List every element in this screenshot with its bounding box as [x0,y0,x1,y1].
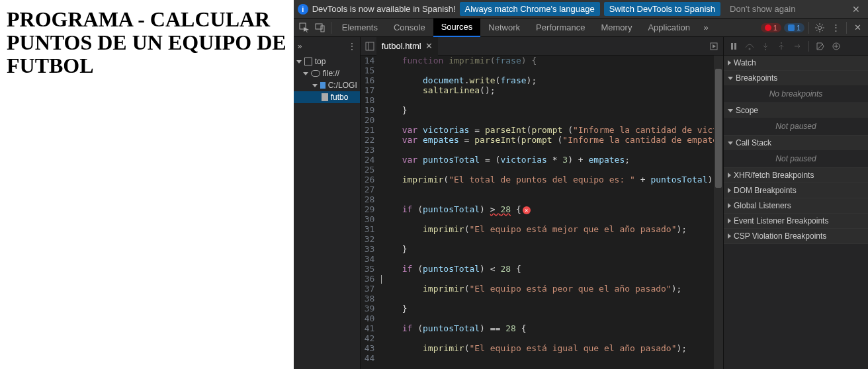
settings-icon[interactable] [812,20,828,36]
page-title: PROGRAMA - CALCULAR PUNTOS DE UN EQUIPO … [7,8,287,78]
callstack-not-paused-label: Not paused [724,150,868,167]
close-tab-icon[interactable]: ✕ [425,41,433,51]
scope-not-paused-label: Not paused [724,118,868,135]
tab-application[interactable]: Application [640,19,698,37]
step-icon[interactable] [791,40,803,52]
editor-nav-icon[interactable] [363,40,376,53]
section-watch[interactable]: Watch [724,56,868,70]
switch-language-button[interactable]: Switch DevTools to Spanish [604,2,720,16]
issues-badge[interactable]: 1 [784,23,804,32]
errors-badge[interactable]: 1 [761,23,781,32]
devtools-tabbar: Elements Console Sources Network Perform… [294,19,868,37]
section-dom-breakpoints[interactable]: DOM Breakpoints [724,183,868,198]
step-over-icon[interactable] [744,40,756,52]
rendered-page: PROGRAMA - CALCULAR PUNTOS DE UN EQUIPO … [0,0,294,369]
section-csp-breakpoints[interactable]: CSP Violation Breakpoints [724,229,868,243]
sources-file-tree: » ⋮ top file:// C:/LOGI futbo [294,37,361,369]
editor-tab-label: futbol.html [382,41,421,51]
svg-point-3 [818,26,821,29]
kebab-menu-icon[interactable]: ⋮ [828,20,844,36]
inspect-element-icon[interactable] [296,20,312,36]
svg-point-10 [781,42,782,44]
step-into-icon[interactable] [760,40,771,52]
code-editor-area[interactable]: 1415161718192021222324252627282930313233… [361,56,723,369]
tab-memory[interactable]: Memory [593,19,640,37]
info-icon: i [298,4,308,15]
pause-icon[interactable] [728,40,740,52]
tab-console[interactable]: Console [386,19,433,37]
tree-node-top[interactable]: top [294,56,360,67]
editor-run-icon[interactable] [707,40,720,53]
tab-elements[interactable]: Elements [334,19,386,37]
deactivate-breakpoints-icon[interactable] [814,40,826,52]
more-tabs-icon[interactable]: » [698,20,714,36]
svg-point-8 [749,48,751,50]
close-devtools-icon[interactable]: ✕ [849,20,865,36]
navigator-more-icon[interactable]: » [298,42,302,51]
editor-file-tab[interactable]: futbol.html ✕ [376,37,438,56]
editor-scrollbar[interactable] [714,56,723,369]
pause-on-exceptions-icon[interactable] [830,40,842,52]
notice-message: DevTools is now available in Spanish! [312,4,456,14]
dismiss-notice-button[interactable]: Don't show again [724,2,801,16]
match-language-button[interactable]: Always match Chrome's language [460,2,600,16]
section-scope[interactable]: Scope [724,103,868,118]
source-editor: futbol.html ✕ 14151617181920212223242526… [361,37,723,369]
devtools-panel: i DevTools is now available in Spanish! … [294,0,868,369]
svg-marker-7 [713,44,716,48]
tab-sources[interactable]: Sources [433,19,481,37]
svg-point-9 [765,49,766,50]
tab-performance[interactable]: Performance [528,19,593,37]
device-toggle-icon[interactable] [312,20,328,36]
no-breakpoints-label: No breakpoints [724,85,868,102]
tree-node-file-scheme[interactable]: file:// [294,67,360,79]
tab-network[interactable]: Network [480,19,528,37]
section-global-listeners[interactable]: Global Listeners [724,198,868,213]
section-xhr-breakpoints[interactable]: XHR/fetch Breakpoints [724,168,868,183]
navigator-kebab-icon[interactable]: ⋮ [348,42,356,51]
debugger-sidebar: Watch Breakpoints No breakpoints Scope N… [723,37,868,369]
section-breakpoints[interactable]: Breakpoints [724,71,868,85]
section-callstack[interactable]: Call Stack [724,136,868,150]
svg-rect-4 [366,42,374,50]
section-event-listener-breakpoints[interactable]: Event Listener Breakpoints [724,214,868,228]
step-out-icon[interactable] [775,40,787,52]
language-notice-bar: i DevTools is now available in Spanish! … [294,0,868,19]
tree-node-file[interactable]: futbo [294,91,360,103]
close-notice-icon[interactable]: ✕ [848,4,864,15]
tree-node-drive[interactable]: C:/LOGI [294,79,360,91]
